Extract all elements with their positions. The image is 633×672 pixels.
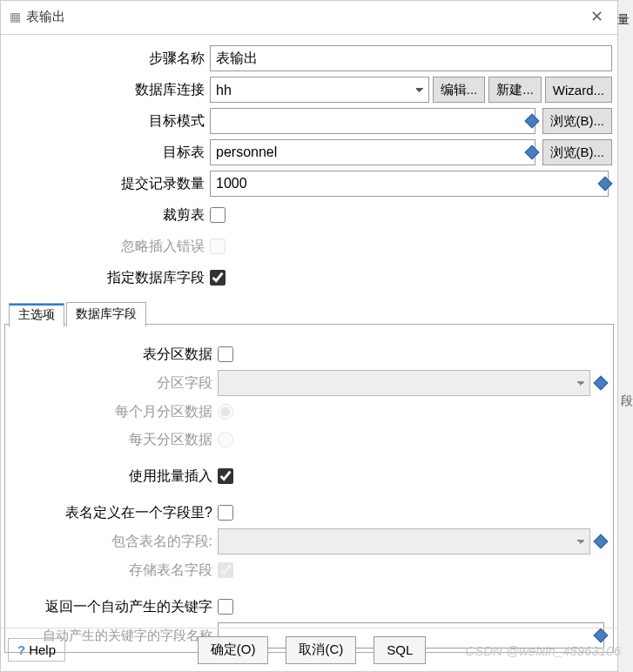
batch-insert-label: 使用批量插入	[10, 467, 218, 486]
tab-main[interactable]: 主选项	[9, 303, 64, 327]
step-name-label: 步骤名称	[6, 50, 210, 68]
tabs-container: 主选项 数据库字段 表分区数据 分区字段 每个月分区数据 每天分区数据	[4, 324, 614, 653]
step-name-input[interactable]	[210, 45, 612, 71]
browse-schema-button[interactable]: 浏览(B)...	[542, 108, 613, 134]
store-tablename-label: 存储表名字段	[10, 561, 218, 580]
target-table-input[interactable]	[210, 139, 535, 165]
target-schema-input[interactable]	[210, 108, 535, 134]
commit-size-input[interactable]	[210, 171, 609, 197]
tablename-field-select	[218, 528, 590, 554]
main-form: 步骤名称 数据库连接 hh 编辑... 新建... Wizard... 目标模式…	[1, 42, 617, 291]
partition-monthly-radio	[218, 404, 233, 420]
truncate-checkbox[interactable]	[210, 207, 226, 223]
partition-monthly-label: 每个月分区数据	[10, 403, 218, 421]
window-icon: ▦	[10, 10, 21, 24]
window-title: 表输出	[26, 9, 65, 25]
help-label: Help	[29, 642, 56, 657]
specify-fields-checkbox[interactable]	[210, 270, 226, 286]
partition-label: 表分区数据	[10, 346, 218, 364]
partition-daily-radio	[218, 432, 233, 447]
cancel-button[interactable]: 取消(C)	[286, 636, 356, 664]
titlebar: ▦ 表输出 ✕	[1, 1, 617, 32]
close-icon[interactable]: ✕	[585, 7, 609, 26]
new-button[interactable]: 新建...	[488, 77, 542, 103]
sql-button[interactable]: SQL	[374, 636, 426, 664]
partition-checkbox[interactable]	[218, 346, 233, 362]
wizard-button[interactable]: Wizard...	[545, 77, 612, 103]
partition-field-label: 分区字段	[10, 374, 218, 393]
commit-size-label: 提交记录数量	[6, 175, 210, 193]
help-icon: ?	[17, 642, 25, 657]
ignore-errors-label: 忽略插入错误	[6, 238, 210, 256]
ok-button[interactable]: 确定(O)	[198, 636, 269, 664]
help-button[interactable]: ? Help	[8, 638, 65, 662]
bottom-bar: ? Help 确定(O) 取消(C) SQL	[1, 628, 617, 671]
edit-button[interactable]: 编辑...	[433, 77, 486, 103]
tab-db-fields[interactable]: 数据库字段	[66, 302, 146, 326]
db-conn-label: 数据库连接	[6, 81, 210, 99]
partition-daily-label: 每天分区数据	[10, 431, 218, 449]
browse-table-button[interactable]: 浏览(B)...	[542, 139, 613, 165]
tablename-field-label: 包含表名的字段:	[10, 533, 218, 551]
db-conn-select[interactable]: hh	[210, 77, 429, 103]
edge-fragment: 段	[621, 393, 633, 409]
target-table-label: 目标表	[6, 144, 210, 162]
return-keys-label: 返回一个自动产生的关键字	[10, 598, 218, 616]
tablename-in-field-label: 表名定义在一个字段里?	[10, 504, 218, 522]
partition-field-select	[218, 370, 590, 396]
return-keys-checkbox[interactable]	[218, 599, 233, 615]
store-tablename-checkbox	[218, 562, 233, 578]
table-output-dialog: ▦ 表输出 ✕ 步骤名称 数据库连接 hh 编辑... 新建... Wizard…	[0, 0, 618, 672]
truncate-label: 裁剪表	[6, 206, 210, 225]
tablename-in-field-checkbox[interactable]	[218, 505, 233, 521]
variable-icon[interactable]	[594, 534, 609, 549]
specify-fields-label: 指定数据库字段	[6, 269, 210, 287]
target-schema-label: 目标模式	[6, 112, 210, 131]
variable-icon[interactable]	[594, 376, 609, 391]
batch-insert-checkbox[interactable]	[218, 468, 233, 484]
ignore-errors-checkbox	[210, 239, 226, 254]
